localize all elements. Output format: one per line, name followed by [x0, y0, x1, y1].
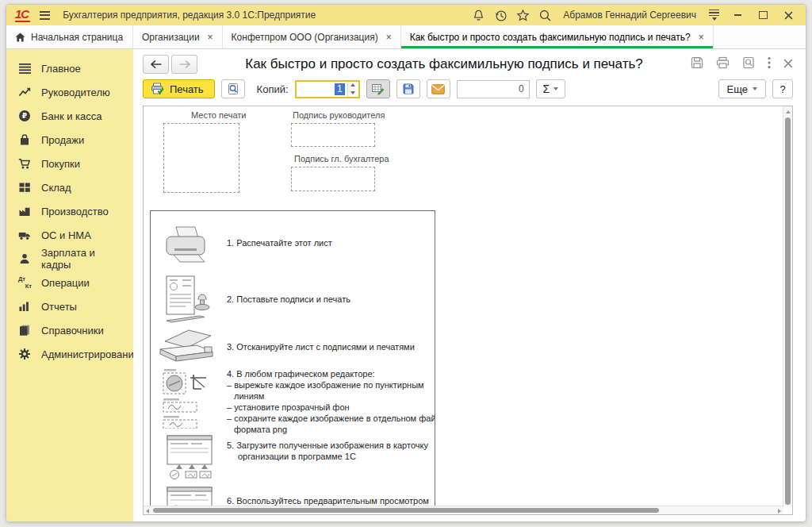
step-bullet: – вырежьте каждое изображение по пунктир… [227, 379, 435, 402]
sidebar-item-label: Руководителю [41, 87, 110, 98]
tab-home[interactable]: Начальная страница [6, 25, 133, 48]
sidebar-item-label: Продажи [41, 134, 84, 146]
copies-decrement[interactable] [348, 89, 358, 97]
sidebar-item-label: ОС и НМА [41, 229, 91, 241]
back-button[interactable] [143, 55, 169, 74]
print-button[interactable]: Печать [143, 79, 215, 98]
1c-logo: 1С [15, 8, 30, 22]
notifications-bell-icon[interactable] [471, 8, 485, 22]
vertical-scrollbar[interactable] [783, 106, 792, 506]
close-form-icon[interactable] [783, 57, 793, 71]
more-button[interactable]: Еще [718, 79, 766, 98]
save-icon[interactable] [691, 56, 703, 72]
copies-increment[interactable] [348, 82, 358, 90]
print-icon[interactable] [716, 56, 730, 72]
stamp-place-box [163, 123, 239, 193]
sidebar-item-bank-cash[interactable]: ₽ Банк и касса [6, 104, 133, 128]
scroll-up-arrow[interactable] [786, 110, 791, 113]
upload-to-1c-illustration [165, 434, 214, 480]
preview-icon[interactable] [742, 56, 755, 72]
gear-icon [18, 348, 31, 360]
tab-facsimile-help[interactable]: Как быстро и просто создать факсимильную… [401, 25, 714, 48]
step-text: 3. Отсканируйте лист с подписями и печат… [227, 341, 415, 352]
horizontal-scrollbar[interactable] [144, 506, 783, 514]
current-user-name[interactable]: Абрамов Геннадий Сергеевич [563, 10, 696, 21]
help-button[interactable]: ? [772, 79, 793, 98]
printer-illustration [163, 225, 211, 267]
sidebar-item-directories[interactable]: Справочники [6, 318, 133, 342]
pages-count-field[interactable]: 0 [457, 80, 530, 98]
maximize-button[interactable] [754, 8, 772, 22]
tab-close-icon[interactable]: × [208, 33, 213, 42]
step-text: 4. В любом графическом редакторе: [227, 368, 435, 379]
copies-value: 1 [335, 83, 345, 95]
print-button-label: Печать [170, 83, 204, 95]
print-toolbar: Печать Копий: 1 [133, 75, 806, 104]
history-icon[interactable] [493, 8, 508, 22]
scanner-illustration [159, 329, 216, 365]
sidebar-item-manager[interactable]: Руководителю [6, 80, 133, 104]
tab-close-icon[interactable]: × [699, 33, 704, 42]
app-window: 1С Бухгалтерия предприятия, редакция 3.0… [6, 4, 806, 522]
print-preview-panel: Место печати Подпись руководителя Подпис… [143, 106, 793, 515]
scroll-left-arrow[interactable] [146, 509, 149, 514]
person-icon [18, 252, 31, 265]
sidebar-item-operations[interactable]: Дт Кт Операции [6, 271, 133, 294]
sidebar-item-purchases[interactable]: Покупки [6, 152, 133, 175]
search-icon[interactable] [538, 8, 552, 22]
service-menu-icon[interactable] [707, 8, 721, 23]
main-menu-icon[interactable] [38, 10, 52, 21]
close-window-button[interactable] [779, 8, 797, 22]
step-text: 1. Распечатайте этот лист [227, 237, 332, 248]
sum-button[interactable]: Σ [536, 79, 566, 98]
sidebar-item-production[interactable]: Производство [6, 199, 133, 223]
tab-close-icon[interactable]: × [386, 33, 392, 42]
ruble-circle-icon: ₽ [18, 110, 31, 122]
scroll-right-arrow[interactable] [778, 509, 781, 514]
home-icon [15, 33, 25, 42]
forward-button[interactable] [171, 55, 197, 74]
print-preview-button[interactable] [221, 79, 245, 98]
step-text: 2. Поставьте подписи и печать [227, 294, 350, 305]
send-email-button[interactable] [427, 79, 450, 98]
sidebar-item-administration[interactable]: Администрирование [6, 342, 133, 366]
bar-chart-icon [18, 300, 31, 313]
kebab-menu-icon[interactable] [768, 56, 771, 72]
app-title: Бухгалтерия предприятия, редакция 3.0 1С… [63, 10, 316, 21]
accountant-signature-box [291, 167, 375, 191]
signed-sheet-illustration [165, 275, 213, 325]
horizontal-scroll-thumb[interactable] [153, 508, 659, 513]
sidebar-item-label: Операции [41, 277, 90, 289]
pages-count-value: 0 [519, 83, 524, 94]
tab-organizations[interactable]: Организации × [133, 25, 223, 48]
sidebar-item-label: Покупки [41, 158, 80, 170]
sidebar-item-salary-hr[interactable]: Зарплата и кадры [6, 247, 133, 271]
cart-icon [18, 157, 31, 170]
printer-check-icon [151, 83, 164, 95]
copies-stepper[interactable]: 1 [295, 80, 360, 98]
table-settings-button[interactable] [366, 79, 390, 98]
chevron-down-icon [553, 87, 558, 90]
sidebar-item-main[interactable]: Главное [6, 56, 133, 80]
sidebar-item-fixed-assets[interactable]: ОС и НМА [6, 223, 133, 247]
sigma-label: Σ [543, 83, 550, 95]
sidebar-item-sales[interactable]: Продажи [6, 128, 133, 152]
grid-blocks-icon [18, 181, 31, 194]
bag-icon [18, 133, 31, 146]
tab-label: Организации [142, 32, 200, 43]
save-result-button[interactable] [396, 79, 420, 98]
sidebar-item-label: Главное [41, 63, 81, 75]
sections-sidebar: Главное Руководителю ₽ Банк и касса Прод… [6, 49, 133, 521]
accountant-signature-label: Подпись гл. бухгалтера [294, 154, 389, 163]
sidebar-item-label: Отчеты [41, 301, 77, 313]
graphic-editor-illustration [162, 368, 214, 429]
sidebar-item-reports[interactable]: Отчеты [6, 294, 133, 318]
vertical-scroll-thumb[interactable] [785, 117, 791, 505]
stamp-place-label: Место печати [191, 110, 247, 120]
sidebar-item-label: Администрирование [41, 348, 140, 360]
book-icon [18, 324, 31, 337]
favorites-star-icon[interactable] [515, 8, 530, 22]
tab-konfetprom[interactable]: Конфетпром ООО (Организация) × [223, 25, 401, 48]
sidebar-item-warehouse[interactable]: Склад [6, 175, 133, 199]
minimize-button[interactable] [729, 8, 746, 22]
